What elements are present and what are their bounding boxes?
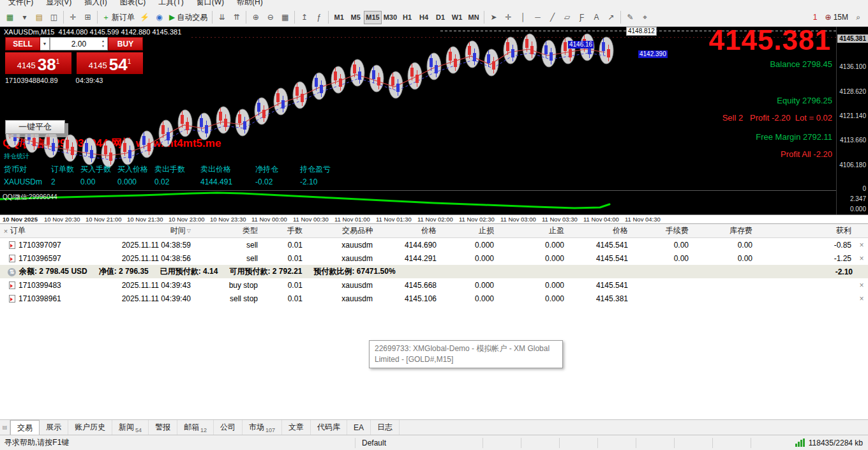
stats-header: 卖出价格 [200,164,255,175]
magnet-icon[interactable]: ⌖ [638,10,652,25]
status-profile[interactable]: Default [355,438,483,448]
tab-market[interactable]: 市场107 [243,420,282,435]
menu-insert[interactable]: 插入(I) [79,0,112,8]
tab-journal[interactable]: 日志 [371,420,400,435]
timeframe-M1[interactable]: M1 [331,11,347,24]
terminal-grip[interactable]: ▤ [0,420,10,435]
tab-alerts[interactable]: 警报 [149,420,177,435]
pencil-icon[interactable]: ✎ [623,10,638,25]
menu-tools[interactable]: 工具(T) [153,0,189,8]
close-order-button[interactable]: × [855,294,868,303]
tab-news[interactable]: 新闻54 [112,420,149,435]
col-commission[interactable]: 手续费 [632,225,692,236]
market-watch-icon[interactable]: ◉ [152,10,167,25]
col-swap[interactable]: 库存费 [692,225,756,236]
tab-company[interactable]: 公司 [214,420,243,435]
timeframe-W1[interactable]: W1 [449,11,465,24]
channel-icon[interactable]: ▱ [560,10,574,25]
col-profit[interactable]: 获利 [756,225,855,236]
arrange-windows-icon[interactable]: ▦ [278,10,292,25]
price-axis[interactable]: 4145.381 4136.1004128.6204121.1404113.66… [836,27,868,214]
crosshair-mode-icon[interactable]: ✛ [66,10,80,25]
fibonacci-icon[interactable]: Ƒ [574,10,589,25]
balance-row[interactable]: ⇅余额: 2 798.45 USD净值: 2 796.35已用预付款: 4.14… [0,265,868,278]
order-cell: 2025.11.11 04:39:43 [73,281,195,290]
spinner-up-icon[interactable]: ▲ [100,39,107,43]
tile-windows-icon[interactable]: ◫ [47,10,61,25]
zoom-in-icon[interactable]: ⊕ [248,10,263,25]
tab-ea[interactable]: EA [347,420,371,435]
text-label-icon[interactable]: A [589,10,604,25]
tab-account-history[interactable]: 账户历史 [68,420,112,435]
col-time[interactable]: 时间▽ [73,225,195,236]
horizontal-line-icon[interactable]: ─ [530,10,545,25]
volume-input[interactable]: 2.00 ▲ ▼ [50,37,108,50]
chart-area[interactable]: QQ/微信:2299936044 网址 www.mt4mt5.me XAUUSD… [0,27,868,214]
tab-articles[interactable]: 文章 [282,420,311,435]
volume-spinner[interactable]: ▲ ▼ [100,39,107,48]
sell-price-display[interactable]: 4145 38 1 [5,52,71,74]
time-axis[interactable]: 10 Nov 202510 Nov 20:3010 Nov 21:0010 No… [0,214,868,223]
close-order-button[interactable]: × [855,254,868,263]
download-history-icon[interactable]: ⇊ [214,10,229,25]
table-row[interactable]: 17103970972025.11.11 04:38:59sell0.01xau… [0,238,868,251]
col-order[interactable]: 订单 [0,225,73,236]
col-symbol[interactable]: 交易品种 [306,225,377,236]
volume-dropdown-icon[interactable]: ▼ [40,37,50,50]
timeframe-D1[interactable]: D1 [432,11,449,24]
menu-window[interactable]: 窗口(W) [191,0,230,8]
timeframe-H1[interactable]: H1 [399,11,415,24]
quick-trade-icon[interactable]: ⚡ [137,10,152,25]
pin-one-icon[interactable]: 1 [808,10,823,25]
publish-icon[interactable]: ⇈ [229,10,244,25]
col-take-profit[interactable]: 止盈 [498,225,568,236]
table-row[interactable]: 17103989612025.11.11 04:39:40sell stop0.… [0,292,868,305]
cursor-icon[interactable]: ➤ [486,10,501,25]
menu-charts[interactable]: 图表(C) [114,0,152,8]
menu-file[interactable]: 文件(F) [3,0,39,8]
indicators-icon[interactable]: ↥ [297,10,311,25]
timeframe-M5[interactable]: M5 [347,11,364,24]
col-price-current[interactable]: 价格 [568,225,632,236]
functions-icon-glyph: ƒ [317,13,321,21]
col-stop-loss[interactable]: 止损 [440,225,498,236]
search-icon[interactable]: ⌕ [851,10,865,25]
auto-trading-button[interactable]: ▶自动交易 [167,10,210,25]
col-lots[interactable]: 手数 [262,225,306,236]
tab-trade[interactable]: 交易 [10,420,40,435]
new-order-button[interactable]: ＋新订单 [100,10,137,25]
terminal-close-button[interactable]: × [2,227,10,235]
grid-icon[interactable]: ⊞ [80,10,95,25]
buy-price-display[interactable]: 4145 54 1 [77,52,143,74]
close-order-button[interactable]: × [855,241,868,250]
timeframe-M15[interactable]: M15 [364,11,381,24]
spinner-down-icon[interactable]: ▼ [100,44,107,48]
menu-view[interactable]: 显示(V) [40,0,77,8]
table-row[interactable]: 17103994832025.11.11 04:39:43buy stop0.0… [0,278,868,292]
time-label: 11 Nov 02:00 [417,215,459,223]
table-row[interactable]: 17103965972025.11.11 04:38:56sell0.01xau… [0,251,868,265]
menu-help[interactable]: 帮助(H) [231,0,269,8]
timeframe-M30[interactable]: M30 [382,11,399,24]
chart-list-dropdown-icon[interactable]: ▾ [17,10,32,25]
tab-mailbox[interactable]: 邮箱12 [177,420,214,435]
tab-code-base[interactable]: 代码库 [311,420,347,435]
arrow-tool-icon[interactable]: ↗ [604,10,618,25]
zoom-out-icon[interactable]: ⊖ [263,10,278,25]
buy-button[interactable]: BUY [108,37,143,50]
crosshair-icon[interactable]: ✛ [501,10,516,25]
timeframe-MN[interactable]: MN [465,11,482,24]
vertical-line-icon[interactable]: │ [516,10,530,25]
sell-button[interactable]: SELL [5,37,40,50]
col-type[interactable]: 类型 [195,225,262,236]
col-price[interactable]: 价格 [377,225,440,236]
new-chart-icon[interactable]: ▦ [3,10,17,25]
profiles-icon[interactable]: ▤ [32,10,47,25]
timeframe-H4[interactable]: H4 [415,11,432,24]
functions-icon[interactable]: ƒ [311,10,326,25]
close-all-button[interactable]: 一键平仓 [5,120,65,134]
close-order-button[interactable]: × [855,281,868,290]
trendline-icon[interactable]: ╱ [545,10,560,25]
period-widget[interactable]: ⊕15M [823,10,851,25]
tab-exhibit[interactable]: 展示 [40,420,68,435]
